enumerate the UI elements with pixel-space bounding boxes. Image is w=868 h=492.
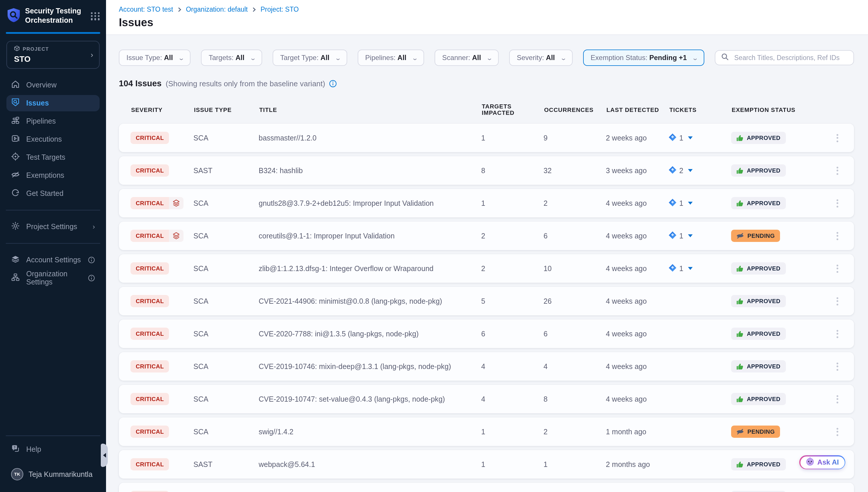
chevron-down-icon: ⌄ [178, 54, 184, 61]
eye-off-icon [11, 170, 20, 181]
filter-target-type[interactable]: Target Type: All ⌄ [273, 50, 347, 66]
last-detected-cell: 4 weeks ago [606, 199, 669, 207]
sidebar-item-exemptions[interactable]: Exemptions [6, 167, 100, 183]
user-menu[interactable]: TK Teja Kummarikuntla [6, 468, 100, 480]
sidebar-item-pipelines[interactable]: Pipelines [6, 113, 100, 129]
last-detected-cell: 4 weeks ago [606, 362, 669, 370]
issue-type-cell: SCA [193, 264, 259, 272]
sidebar-item-project-settings[interactable]: Project Settings › [6, 219, 100, 235]
sidebar-item-executions[interactable]: Executions [6, 131, 100, 147]
caret-down-icon [688, 169, 693, 172]
row-menu-kebab[interactable] [834, 229, 841, 242]
exemption-status-badge: APPROVED [731, 328, 786, 340]
filter-targets[interactable]: Targets: All ⌄ [201, 50, 262, 66]
jira-ticket-icon [669, 231, 676, 241]
sidebar-item-label: Account Settings [26, 256, 81, 264]
issue-title: CVE-2021-44906: minimist@0.0.8 (lang-pkg… [259, 297, 481, 305]
severity-cell: CRITICAL [131, 164, 193, 177]
col-last-detected: LAST DETECTED [606, 106, 669, 113]
col-occurrences: OCCURRENCES [544, 106, 606, 113]
severity-cell: CRITICAL [131, 491, 193, 492]
ticket-dropdown[interactable]: 1 [669, 198, 731, 208]
chevron-right-icon [252, 7, 256, 12]
issue-row[interactable]: CRITICAL SCA coreutils@9.1-1: Improper I… [119, 222, 854, 250]
row-menu-kebab[interactable] [834, 425, 841, 438]
filter-scanner[interactable]: Scanner: All ⌄ [435, 50, 499, 66]
last-detected-cell: 2 months ago [606, 460, 669, 468]
thumbs-up-icon [736, 395, 743, 402]
gear-icon [11, 222, 20, 232]
issue-row[interactable]: CRITICAL SCA CVE-2021-44906: minimist@0.… [119, 287, 854, 315]
row-menu-kebab[interactable] [834, 491, 841, 492]
row-menu-kebab[interactable] [834, 295, 841, 308]
issue-row[interactable]: CRITICAL SAST B324: hashlib 8 32 3 weeks… [119, 156, 854, 185]
jira-ticket-icon [669, 264, 676, 273]
search-input[interactable] [733, 54, 848, 62]
row-menu-kebab[interactable] [834, 164, 841, 177]
ask-ai-button[interactable]: Ask AI [799, 455, 845, 469]
ticket-dropdown[interactable]: 2 [669, 166, 731, 175]
issue-row[interactable]: CRITICAL SCA CVE-2019-10746: mixin-deep@… [119, 352, 854, 381]
ticket-dropdown[interactable]: 1 [669, 133, 731, 143]
tickets-cell: 2 [669, 166, 731, 175]
project-selector[interactable]: PROJECT STO › [6, 41, 100, 69]
row-menu-kebab[interactable] [834, 262, 841, 275]
breadcrumb-account-link[interactable]: Account: STO test [119, 6, 173, 13]
chevron-down-icon: ⌄ [411, 54, 418, 61]
sidebar-collapse-handle[interactable] [101, 444, 108, 467]
sidebar-item-test-targets[interactable]: Test Targets [6, 149, 100, 166]
ticket-dropdown[interactable]: 1 [669, 264, 731, 273]
sidebar-item-organization-settings[interactable]: Organization Settings [6, 270, 100, 286]
issue-row[interactable]: CRITICAL SCA gnutls28@3.7.9-2+deb12u5: I… [119, 189, 854, 217]
info-icon[interactable] [329, 79, 337, 87]
exemption-status-cell: APPROVED [731, 164, 834, 177]
row-menu-kebab[interactable] [834, 131, 841, 144]
severity-cell: CRITICAL [131, 197, 193, 209]
issue-type-cell: SAST [193, 167, 259, 175]
chevron-right-icon: › [90, 50, 93, 59]
issue-row[interactable]: CRITICAL SCA swig//1.4.2 1 2 1 month ago… [119, 417, 854, 446]
module-grid-icon[interactable] [91, 12, 100, 20]
issues-count: 104 Issues [119, 79, 162, 88]
severity-badge: CRITICAL [131, 393, 169, 405]
sidebar: Security Testing Orchestration PROJECT S… [0, 0, 106, 492]
row-menu-kebab[interactable] [834, 360, 841, 373]
occurrences-cell: 9 [544, 134, 606, 142]
sidebar-item-issues[interactable]: Issues [6, 95, 100, 111]
exemption-status-badge: APPROVED [731, 132, 786, 144]
targets-impacted-cell: 6 [481, 330, 544, 338]
exemption-status-cell: APPROVED [731, 262, 834, 275]
issue-row[interactable]: CRITICAL SCA CVE-2020-7788: ini@1.3.5 (l… [119, 319, 854, 348]
sidebar-item-get-started[interactable]: Get Started [6, 186, 100, 202]
severity-badge: CRITICAL [131, 360, 169, 372]
sidebar-item-help[interactable]: ? Help [6, 441, 100, 458]
thumbs-up-icon [736, 134, 743, 141]
brand-row: Security Testing Orchestration [0, 0, 106, 30]
filter-exemption-status[interactable]: Exemption Status: Pending +1 ⌄ [583, 50, 705, 66]
row-menu-kebab[interactable] [834, 327, 841, 340]
issue-row[interactable]: CRITICAL SAST django@1.2 1 22 2 months a… [119, 483, 854, 492]
breadcrumb-project-link[interactable]: Project: STO [260, 6, 298, 13]
sidebar-item-overview[interactable]: Overview [6, 77, 100, 93]
ticket-dropdown[interactable]: 1 [669, 231, 731, 241]
row-menu-kebab[interactable] [834, 393, 841, 405]
breadcrumb-org-link[interactable]: Organization: default [186, 6, 247, 13]
filter-severity[interactable]: Severity: All ⌄ [509, 50, 573, 66]
filter-pipelines[interactable]: Pipelines: All ⌄ [358, 50, 424, 66]
issue-row[interactable]: CRITICAL SCA zlib@1:1.2.13.dfsg-1: Integ… [119, 254, 854, 283]
caret-down-icon [688, 202, 693, 205]
issue-type-cell: SCA [193, 427, 259, 436]
sidebar-item-account-settings[interactable]: Account Settings [6, 252, 100, 268]
page-header: Account: STO test Organization: default … [106, 0, 868, 35]
filter-issue-type[interactable]: Issue Type: All ⌄ [119, 50, 190, 66]
sidebar-item-label: Pipelines [26, 117, 56, 125]
content-area: Issue Type: All ⌄ Targets: All ⌄ Target … [106, 35, 868, 492]
targets-impacted-cell: 1 [481, 134, 544, 142]
occurrences-cell: 6 [544, 232, 606, 240]
row-menu-kebab[interactable] [834, 197, 841, 210]
issue-row[interactable]: CRITICAL SCA bassmaster//1.2.0 1 9 2 wee… [119, 124, 854, 152]
issue-row[interactable]: CRITICAL SCA CVE-2019-10747: set-value@0… [119, 385, 854, 413]
thumbs-up-icon [736, 167, 743, 174]
issue-row[interactable]: CRITICAL SAST webpack@5.64.1 1 1 2 month… [119, 450, 854, 478]
search-box[interactable] [715, 50, 854, 65]
